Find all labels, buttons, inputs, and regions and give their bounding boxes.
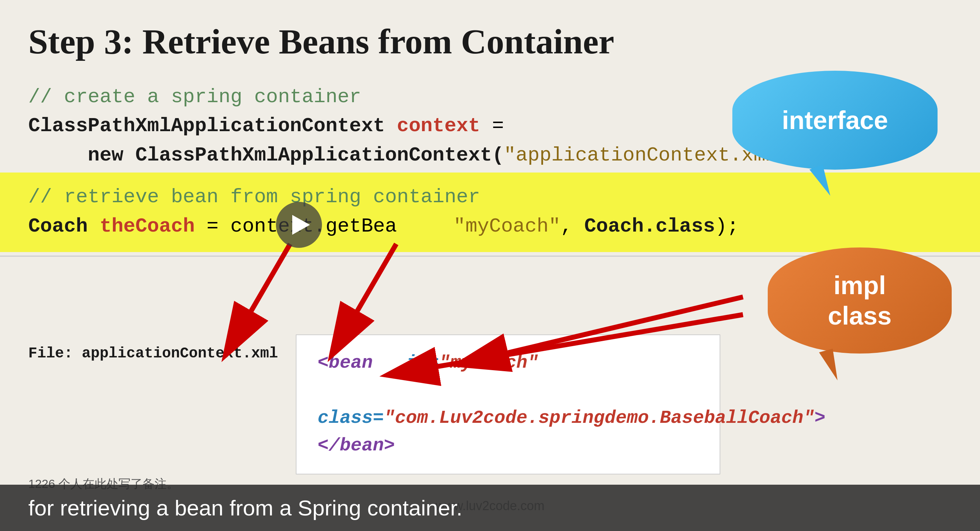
xml-attr-id: id= xyxy=(406,352,439,373)
subtitle-text: for retrieving a bean from a Spring cont… xyxy=(28,495,462,520)
xml-tag-bean-close: </bean> xyxy=(318,435,395,456)
bubble-impl: implclass xyxy=(768,247,952,353)
getbean-rest: "myCoach", Coach.class); xyxy=(453,215,739,238)
thecoach-var: theCoach xyxy=(100,215,195,238)
indent1 xyxy=(28,144,76,166)
xml-line-bean-open: <bean id="myCoach" xyxy=(318,349,698,377)
slide-title: Step 3: Retrieve Beans from Container xyxy=(28,21,952,62)
equals1: = xyxy=(492,114,504,137)
subtitle-bar: for retrieving a bean from a Spring cont… xyxy=(0,485,980,531)
xml-code-box: <bean id="myCoach" class="com.Luv2code.s… xyxy=(296,334,720,474)
xml-indent xyxy=(318,380,362,401)
play-button[interactable] xyxy=(276,202,322,248)
retrieve-wrapper: // retrieve bean from spring container C… xyxy=(28,183,952,240)
xml-line-bean-close: </bean> xyxy=(318,432,698,460)
coach-type: Coach xyxy=(28,215,88,238)
bubble-interface: interface xyxy=(732,71,937,170)
xml-val-class: "com.Luv2code.springdemo.BaseballCoach" xyxy=(384,407,815,428)
xml-space1 xyxy=(384,352,395,373)
file-label: File: applicationContext.xml xyxy=(28,334,296,362)
new-classname: ClassPathXmlApplicationContext( xyxy=(135,144,504,166)
xml-close-gt: > xyxy=(815,407,826,428)
xml-val-id: "myCoach" xyxy=(439,352,538,373)
xml-attr-class: class= xyxy=(318,407,384,428)
new-keyword: new xyxy=(88,144,124,166)
class-path-xml-type: ClassPathXmlApplicationContext xyxy=(28,114,385,137)
xml-tag-bean: <bean xyxy=(318,352,373,373)
xml-line-class: class="com.Luv2code.springdemo.BaseballC… xyxy=(318,377,698,432)
comment-retrieve-bean: // retrieve bean from spring container xyxy=(28,183,952,211)
bubble-impl-text: implclass xyxy=(828,270,892,331)
highlighted-retrieve-section: // retrieve bean from spring container C… xyxy=(0,173,980,252)
bubble-interface-text: interface xyxy=(782,106,888,135)
slide-container: Step 3: Retrieve Beans from Container //… xyxy=(0,0,980,531)
context-var: context xyxy=(397,114,480,137)
code-line-getbean: Coach theCoach = context.getBea"myCoach"… xyxy=(28,212,952,240)
